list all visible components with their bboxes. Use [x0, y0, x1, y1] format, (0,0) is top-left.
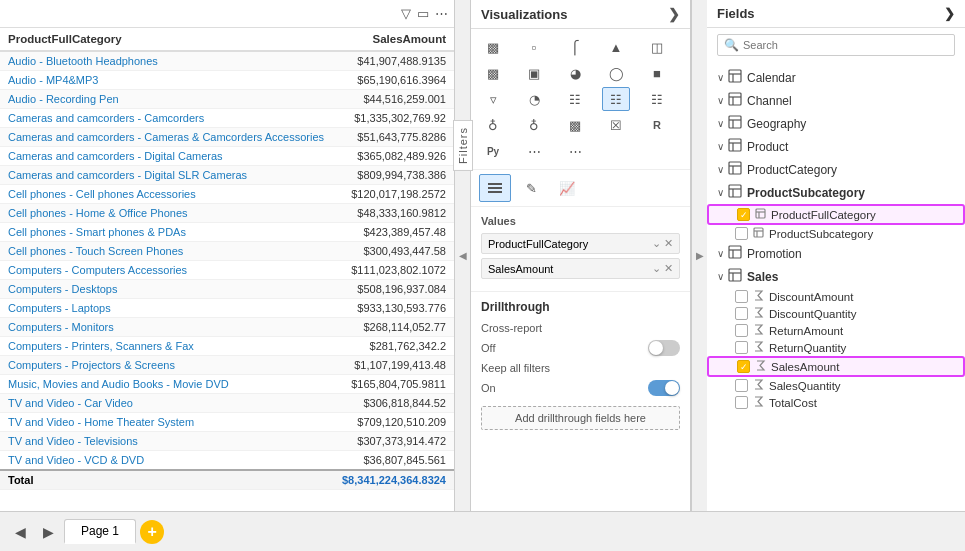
viz-map-icon[interactable]: ♁ [479, 113, 507, 137]
field-group-header-channel[interactable]: ∨Channel [707, 89, 965, 112]
table-row[interactable]: Music, Movies and Audio Books - Movie DV… [0, 375, 454, 394]
field-group-header-productcategory[interactable]: ∨ProductCategory [707, 158, 965, 181]
table-row[interactable]: Computers - Monitors$268,114,052.77 [0, 318, 454, 337]
field-item-checkbox[interactable] [735, 379, 748, 392]
table-row[interactable]: Cell phones - Smart phones & PDAs$423,38… [0, 223, 454, 242]
viz-line-icon[interactable]: ⎧ [561, 35, 589, 59]
field-item-checkbox[interactable] [735, 396, 748, 409]
table-row[interactable]: Cell phones - Home & Office Phones$48,33… [0, 204, 454, 223]
field-group-header-product[interactable]: ∨Product [707, 135, 965, 158]
table-row[interactable]: TV and Video - VCD & DVD$36,807,845.561 [0, 451, 454, 471]
viz-format-btn[interactable]: ✎ [515, 174, 547, 202]
viz-more-icon[interactable]: ⋯ [561, 139, 589, 163]
page-tab[interactable]: Page 1 [64, 519, 136, 544]
table-row[interactable]: TV and Video - Televisions$307,373,914.4… [0, 432, 454, 451]
value-close-icon[interactable]: ✕ [664, 237, 673, 250]
table-row[interactable]: Audio - Recording Pen$44,516,259.001 [0, 90, 454, 109]
field-group-header-sales[interactable]: ∨Sales [707, 265, 965, 288]
viz-fields-btn[interactable] [479, 174, 511, 202]
filters-tab[interactable]: Filters [453, 120, 473, 171]
left-panel-divider[interactable]: ◀ [455, 0, 471, 511]
viz-card-icon[interactable]: ☷ [561, 87, 589, 111]
field-item-salesquantity[interactable]: SalesQuantity [707, 377, 965, 394]
table-row[interactable]: Computers - Desktops$508,196,937.084 [0, 280, 454, 299]
field-item-salesamount[interactable]: ✓SalesAmount [707, 356, 965, 377]
viz-panel-expand[interactable]: ❯ [668, 6, 680, 22]
add-page-button[interactable]: + [140, 520, 164, 544]
viz-matrix-icon[interactable]: ☷ [643, 87, 671, 111]
viz-ribbon-icon[interactable]: ☒ [602, 113, 630, 137]
filter-icon[interactable]: ▽ [401, 6, 411, 21]
viz-gauge-icon[interactable]: ◔ [520, 87, 548, 111]
value-expand-icon[interactable]: ⌄ [652, 237, 661, 250]
field-item-checkbox[interactable] [735, 290, 748, 303]
field-group-header-calendar[interactable]: ∨Calendar [707, 66, 965, 89]
field-group-header-promotion[interactable]: ∨Promotion [707, 242, 965, 265]
viz-bar-icon[interactable]: ▩ [479, 35, 507, 59]
field-item-totalcost[interactable]: TotalCost [707, 394, 965, 411]
table-row[interactable]: Audio - MP4&MP3$65,190,616.3964 [0, 71, 454, 90]
viz-combo-icon[interactable]: ▩ [479, 61, 507, 85]
viz-py-icon[interactable]: Py [479, 139, 507, 163]
viz-column-icon[interactable]: ▫ [520, 35, 548, 59]
table-row[interactable]: Cell phones - Touch Screen Phones$300,49… [0, 242, 454, 261]
viz-stacked-icon[interactable]: ◫ [643, 35, 671, 59]
table-row[interactable]: Cameras and camcorders - Digital SLR Cam… [0, 166, 454, 185]
table-row[interactable]: Computers - Laptops$933,130,593.776 [0, 299, 454, 318]
table-row[interactable]: Cell phones - Cell phones Accessories$12… [0, 185, 454, 204]
table-row[interactable]: TV and Video - Car Video$306,818,844.52 [0, 394, 454, 413]
field-group-header-productsubcategory[interactable]: ∨ProductSubcategory [707, 181, 965, 204]
field-item-returnquantity[interactable]: ReturnQuantity [707, 339, 965, 356]
field-item-checkbox[interactable] [735, 324, 748, 337]
field-item-checkbox[interactable]: ✓ [737, 208, 750, 221]
expand-icon[interactable]: ▭ [417, 6, 429, 21]
viz-table-icon[interactable]: ☷ [602, 87, 630, 111]
page-prev-button[interactable]: ◀ [8, 520, 32, 544]
field-item-checkbox[interactable] [735, 341, 748, 354]
more-icon[interactable]: ⋯ [435, 6, 448, 21]
table-row[interactable]: TV and Video - Home Theater System$709,1… [0, 413, 454, 432]
table-row[interactable]: Cameras and camcorders - Cameras & Camco… [0, 128, 454, 147]
fields-search-box[interactable]: 🔍 [717, 34, 955, 56]
keep-filters-toggle[interactable] [648, 380, 680, 396]
value-chip-category[interactable]: ProductFullCategory ⌄ ✕ [481, 233, 680, 254]
field-item-checkbox[interactable]: ✓ [737, 360, 750, 373]
cross-report-toggle[interactable] [648, 340, 680, 356]
viz-analytics-btn[interactable]: 📈 [551, 174, 583, 202]
viz-treemap-icon[interactable]: ■ [643, 61, 671, 85]
viz-r-icon[interactable]: R [643, 113, 671, 137]
add-drillthrough-button[interactable]: Add drillthrough fields here [481, 406, 680, 430]
fields-search-input[interactable] [743, 39, 948, 51]
field-item-checkbox[interactable] [735, 227, 748, 240]
value-chip-sales[interactable]: SalesAmount ⌄ ✕ [481, 258, 680, 279]
viz-filled-map-icon[interactable]: ♁ [520, 113, 548, 137]
table-row[interactable]: Computers - Printers, Scanners & Fax$281… [0, 337, 454, 356]
keep-filters-row: Keep all filters [481, 362, 680, 374]
viz-area-icon[interactable]: ▲ [602, 35, 630, 59]
table-row[interactable]: Cameras and camcorders - Digital Cameras… [0, 147, 454, 166]
viz-funnel-icon[interactable]: ▿ [479, 87, 507, 111]
field-item-productfullcategory[interactable]: ✓ProductFullCategory [707, 204, 965, 225]
field-item-returnamount[interactable]: ReturnAmount [707, 322, 965, 339]
fields-expand-icon[interactable]: ❯ [944, 6, 955, 21]
value-sales-expand-icon[interactable]: ⌄ [652, 262, 661, 275]
table-row[interactable]: Cameras and camcorders - Camcorders$1,33… [0, 109, 454, 128]
table-row[interactable]: Computers - Projectors & Screens$1,107,1… [0, 356, 454, 375]
field-item-productsubcategory[interactable]: ProductSubcategory [707, 225, 965, 242]
viz-custom-icon[interactable]: ⋯ [520, 139, 548, 163]
field-item-discountquantity[interactable]: DiscountQuantity [707, 305, 965, 322]
table-row[interactable]: Audio - Bluetooth Headphones$41,907,488.… [0, 51, 454, 71]
viz-scatter-icon[interactable]: ▣ [520, 61, 548, 85]
table-scroll[interactable]: ProductFullCategory SalesAmount Audio - … [0, 28, 454, 511]
table-cell-amount: $41,907,488.9135 [333, 51, 454, 71]
field-item-discountamount[interactable]: DiscountAmount [707, 288, 965, 305]
field-group-header-geography[interactable]: ∨Geography [707, 112, 965, 135]
viz-pie-icon[interactable]: ◕ [561, 61, 589, 85]
page-next-button[interactable]: ▶ [36, 520, 60, 544]
value-sales-close-icon[interactable]: ✕ [664, 262, 673, 275]
table-row[interactable]: Computers - Computers Accessories$111,02… [0, 261, 454, 280]
viz-donut-icon[interactable]: ◯ [602, 61, 630, 85]
field-item-checkbox[interactable] [735, 307, 748, 320]
viz-waterfall-icon[interactable]: ▩ [561, 113, 589, 137]
right-panel-divider[interactable]: ▶ [691, 0, 707, 511]
